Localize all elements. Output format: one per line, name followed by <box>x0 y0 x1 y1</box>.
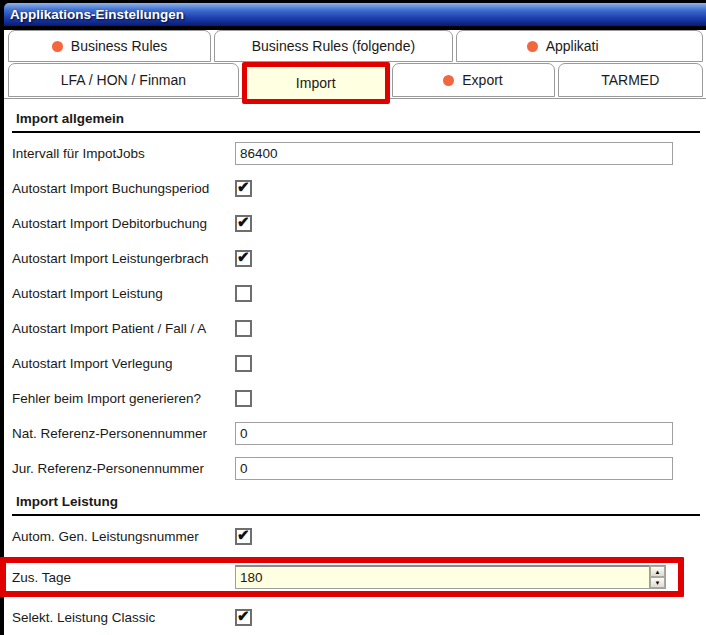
field-label: Autostart Import Patient / Fall / A <box>12 321 235 336</box>
orange-dot-icon <box>443 75 454 86</box>
form-row-autostart-verlegung: Autostart Import Verlegung ✔ <box>12 346 706 381</box>
checkmark-icon: ✔ <box>237 213 250 231</box>
tab-row-1: Business Rules Business Rules (folgende)… <box>4 30 706 63</box>
field-label: Autostart Import Verlegung <box>12 356 235 371</box>
tab-label: Applikati <box>546 38 599 54</box>
field-label: Autostart Import Buchungsperiod <box>12 181 235 196</box>
selekt-leistung-classic-checkbox[interactable]: ✔ <box>235 609 252 626</box>
orange-dot-icon <box>527 41 538 52</box>
autostart-buchungsperiod-checkbox[interactable]: ✔ <box>235 180 252 197</box>
spin-down-button[interactable]: ▼ <box>650 577 665 588</box>
tab-applikationen[interactable]: Applikati <box>456 30 703 62</box>
checkmark-icon: ✔ <box>237 526 250 544</box>
tab-label: TARMED <box>601 72 659 88</box>
tab-export[interactable]: Export <box>392 63 555 97</box>
field-label: Fehler beim Import generieren? <box>12 391 235 406</box>
field-label: Jur. Referenz-Personennummer <box>12 461 235 476</box>
window-title: Applikations-Einstellungen <box>10 7 184 22</box>
form-row-nat-referenz: Nat. Referenz-Personennummer <box>12 416 706 451</box>
checkmark-icon: ✔ <box>237 248 250 266</box>
tab-row-2: LFA / HON / Finman Import Export TARMED <box>4 63 706 99</box>
field-label: Zus. Tage <box>12 570 235 585</box>
form-row-autostart-debitorbuchung: Autostart Import Debitorbuchung ✔ <box>12 206 706 241</box>
field-label: Intervall für ImpotJobs <box>12 146 235 161</box>
tab-label: Import <box>296 75 336 91</box>
form-row-autostart-leistungerbracht: Autostart Import Leistungerbrach ✔ <box>12 241 706 276</box>
zus-tage-input[interactable] <box>235 565 649 589</box>
arrow-down-icon: ▼ <box>655 580 661 586</box>
app-window: Applikations-Einstellungen Business Rule… <box>0 0 706 635</box>
tab-lfa-hon-finman[interactable]: LFA / HON / Finman <box>8 63 239 97</box>
zus-tage-spinner: ▲ ▼ <box>649 565 666 589</box>
tab-business-rules-folgende[interactable]: Business Rules (folgende) <box>214 30 453 62</box>
tab-business-rules[interactable]: Business Rules <box>8 30 211 62</box>
field-label: Autostart Import Leistungerbrach <box>12 251 235 266</box>
tab-label: LFA / HON / Finman <box>61 72 186 88</box>
checkmark-icon: ✔ <box>237 607 250 625</box>
field-label: Nat. Referenz-Personennummer <box>12 426 235 441</box>
form-row-autostart-buchungsperiod: Autostart Import Buchungsperiod ✔ <box>12 171 706 206</box>
tab-import[interactable]: Import <box>247 67 385 99</box>
form-row-selekt-leistung-classic: Selekt. Leistung Classic ✔ <box>12 600 706 635</box>
highlight-box-import-tab: Import <box>242 62 390 104</box>
form-row-intervall: Intervall für ImpotJobs <box>12 136 706 171</box>
orange-dot-icon <box>52 41 63 52</box>
tab-tarmed[interactable]: TARMED <box>558 63 704 97</box>
form-row-autostart-patient-fall: Autostart Import Patient / Fall / A ✔ <box>12 311 706 346</box>
autom-gen-leistungsnummer-checkbox[interactable]: ✔ <box>235 528 252 545</box>
field-label: Autostart Import Debitorbuchung <box>12 216 235 231</box>
form-row-autostart-leistung: Autostart Import Leistung ✔ <box>12 276 706 311</box>
spin-up-button[interactable]: ▲ <box>650 566 665 577</box>
zus-tage-spinfield: ▲ ▼ <box>235 565 666 589</box>
form-row-autom-gen-leistungsnummer: Autom. Gen. Leistungsnummer ✔ <box>12 519 706 554</box>
form-row-fehler-import: Fehler beim Import generieren? ✔ <box>12 381 706 416</box>
autostart-verlegung-checkbox[interactable]: ✔ <box>235 355 252 372</box>
window-frame-top: Applikations-Einstellungen <box>4 0 706 30</box>
tab-label: Export <box>462 72 502 88</box>
highlight-box-zus-tage-row: Zus. Tage ▲ ▼ <box>0 557 684 597</box>
tab-label: Business Rules (folgende) <box>252 38 415 54</box>
section-title-import-allgemein: Import allgemein <box>16 111 706 129</box>
section-title-import-leistung: Import Leistung <box>16 494 706 512</box>
section-divider <box>12 131 700 133</box>
settings-panel: Import allgemein Intervall für ImpotJobs… <box>4 111 706 635</box>
jur-referenz-input[interactable] <box>235 457 673 480</box>
window-titlebar: Applikations-Einstellungen <box>4 3 706 26</box>
intervall-importjobs-input[interactable] <box>235 142 673 165</box>
autostart-debitorbuchung-checkbox[interactable]: ✔ <box>235 215 252 232</box>
tab-label: Business Rules <box>71 38 168 54</box>
form-row-jur-referenz: Jur. Referenz-Personennummer <box>12 451 706 486</box>
checkmark-icon: ✔ <box>237 178 250 196</box>
field-label: Autostart Import Leistung <box>12 286 235 301</box>
autostart-patient-fall-checkbox[interactable]: ✔ <box>235 320 252 337</box>
arrow-up-icon: ▲ <box>655 569 661 575</box>
autostart-leistung-checkbox[interactable]: ✔ <box>235 285 252 302</box>
section-divider <box>12 514 700 516</box>
field-label: Selekt. Leistung Classic <box>12 610 235 625</box>
autostart-leistungerbracht-checkbox[interactable]: ✔ <box>235 250 252 267</box>
field-label: Autom. Gen. Leistungsnummer <box>12 529 235 544</box>
fehler-import-checkbox[interactable]: ✔ <box>235 390 252 407</box>
nat-referenz-input[interactable] <box>235 422 673 445</box>
